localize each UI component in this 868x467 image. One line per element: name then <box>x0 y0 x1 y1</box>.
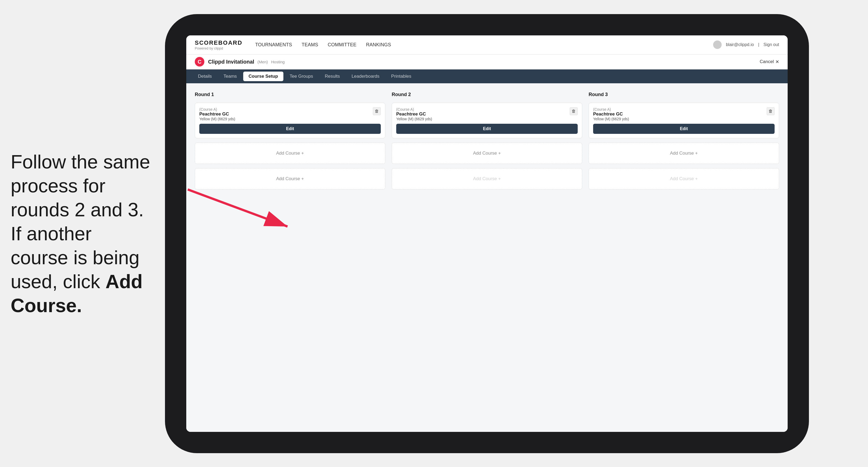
round-3-course-card: (Course A) Peachtree GC Yellow (M) (6629… <box>589 103 779 138</box>
nav-rankings[interactable]: RANKINGS <box>366 42 391 48</box>
course-card-header: (Course A) Peachtree GC Yellow (M) (6629… <box>199 107 381 121</box>
course-card-header-3: (Course A) Peachtree GC Yellow (M) (6629… <box>593 107 775 121</box>
add-course-label: Add Course + <box>276 151 304 156</box>
add-course-card-2b: Add Course + <box>392 168 582 189</box>
nav-links: TOURNAMENTS TEAMS COMMITTEE RANKINGS <box>255 42 713 48</box>
course-tag-2: (Course A) <box>396 107 570 112</box>
course-info-2: (Course A) Peachtree GC Yellow (M) (6629… <box>396 107 570 121</box>
user-avatar <box>713 40 722 49</box>
event-type: (Men) Hosting <box>257 60 285 64</box>
course-name: Peachtree GC <box>199 112 373 117</box>
delete-course-button-2[interactable]: 🗑 <box>570 107 578 115</box>
cancel-button[interactable]: Cancel ✕ <box>760 59 779 65</box>
course-details: Yellow (M) (6629 yds) <box>199 117 373 121</box>
tab-bar: Details Teams Course Setup Tee Groups Re… <box>186 69 788 83</box>
delete-course-button[interactable]: 🗑 <box>373 107 381 115</box>
add-course-label-2b: Add Course + <box>473 176 501 182</box>
edit-course-button-3[interactable]: Edit <box>593 124 775 134</box>
round-1-course-card: (Course A) Peachtree GC Yellow (M) (6629… <box>195 103 385 138</box>
delete-course-button-3[interactable]: 🗑 <box>767 107 775 115</box>
course-info: (Course A) Peachtree GC Yellow (M) (6629… <box>199 107 373 121</box>
tab-leaderboards[interactable]: Leaderboards <box>346 71 385 81</box>
nav-right: blair@clippd.io | Sign out <box>713 40 779 49</box>
add-course-card-1a[interactable]: Add Course + <box>195 143 385 164</box>
main-content: Round 1 (Course A) Peachtree GC Yellow (… <box>186 83 788 432</box>
logo-sub: Powered by clippd <box>195 46 242 50</box>
round-3-label: Round 3 <box>589 92 779 97</box>
tab-course-setup[interactable]: Course Setup <box>243 71 283 81</box>
add-course-card-3a[interactable]: Add Course + <box>589 143 779 164</box>
course-card-header-2: (Course A) Peachtree GC Yellow (M) (6629… <box>396 107 578 121</box>
add-course-label-3b: Add Course + <box>670 176 698 182</box>
add-course-card-1b[interactable]: Add Course + <box>195 168 385 189</box>
sub-header: C Clippd Invitational (Men) Hosting Canc… <box>186 55 788 69</box>
tablet-screen: SCOREBOARD Powered by clippd TOURNAMENTS… <box>186 35 788 432</box>
course-info-3: (Course A) Peachtree GC Yellow (M) (6629… <box>593 107 767 121</box>
add-course-label-2a: Add Course + <box>473 151 501 156</box>
tablet-device: SCOREBOARD Powered by clippd TOURNAMENTS… <box>165 14 809 453</box>
logo-title: SCOREBOARD <box>195 39 242 46</box>
round-2-label: Round 2 <box>392 92 582 97</box>
sign-out-link[interactable]: Sign out <box>764 42 779 47</box>
tournament-name: Clippd Invitational <box>208 59 254 65</box>
tab-teams[interactable]: Teams <box>218 71 242 81</box>
add-course-card-2a[interactable]: Add Course + <box>392 143 582 164</box>
nav-separator: | <box>758 42 759 47</box>
tab-details[interactable]: Details <box>193 71 217 81</box>
clippd-logo: C <box>195 57 204 66</box>
add-course-label-3a: Add Course + <box>670 151 698 156</box>
add-course-card-3b: Add Course + <box>589 168 779 189</box>
course-details-2: Yellow (M) (6629 yds) <box>396 117 570 121</box>
add-course-label-2: Add Course + <box>276 176 304 182</box>
course-name-3: Peachtree GC <box>593 112 767 117</box>
scoreboard-logo: SCOREBOARD Powered by clippd <box>195 39 242 50</box>
round-1-column: Round 1 (Course A) Peachtree GC Yellow (… <box>195 92 385 189</box>
course-name-2: Peachtree GC <box>396 112 570 117</box>
instruction-bold: Add Course. <box>11 271 143 316</box>
round-2-course-card: (Course A) Peachtree GC Yellow (M) (6629… <box>392 103 582 138</box>
course-tag-3: (Course A) <box>593 107 767 112</box>
edit-course-button-2[interactable]: Edit <box>396 124 578 134</box>
edit-course-button[interactable]: Edit <box>199 124 381 134</box>
course-tag: (Course A) <box>199 107 373 112</box>
tab-tee-groups[interactable]: Tee Groups <box>284 71 318 81</box>
user-email: blair@clippd.io <box>726 42 754 47</box>
instruction-panel: Follow the same process for rounds 2 and… <box>0 134 165 334</box>
course-details-3: Yellow (M) (6629 yds) <box>593 117 767 121</box>
nav-committee[interactable]: COMMITTEE <box>328 42 356 48</box>
round-1-label: Round 1 <box>195 92 385 97</box>
round-3-column: Round 3 (Course A) Peachtree GC Yellow (… <box>589 92 779 189</box>
top-nav: SCOREBOARD Powered by clippd TOURNAMENTS… <box>186 35 788 55</box>
nav-teams[interactable]: TEAMS <box>302 42 318 48</box>
tab-results[interactable]: Results <box>319 71 345 81</box>
round-2-column: Round 2 (Course A) Peachtree GC Yellow (… <box>392 92 582 189</box>
tab-printables[interactable]: Printables <box>386 71 417 81</box>
nav-tournaments[interactable]: TOURNAMENTS <box>255 42 292 48</box>
rounds-grid: Round 1 (Course A) Peachtree GC Yellow (… <box>195 92 779 189</box>
